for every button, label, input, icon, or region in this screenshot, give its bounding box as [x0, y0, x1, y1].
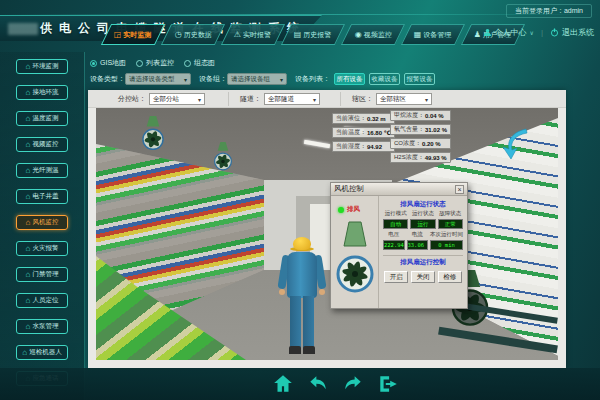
station-select[interactable]: 全部分站 ▾	[149, 93, 205, 105]
device-list-button-1[interactable]: 所有设备	[334, 73, 365, 85]
worker-hand	[279, 289, 285, 295]
sensor-label: 当前湿度：	[336, 142, 366, 151]
fan-status-label: 运行模式	[383, 210, 408, 217]
fan-control-button-1[interactable]: 开启	[384, 271, 408, 283]
tab-label: 历史数据	[183, 30, 211, 40]
tab-6[interactable]: ▦设备管理	[401, 24, 465, 45]
fan-control-button-2[interactable]: 关闭	[411, 271, 435, 283]
device-list-label: 设备列表：	[295, 74, 330, 84]
sidebar-item-10[interactable]: ⌂人员定位	[16, 293, 68, 308]
ceiling-fan-1	[140, 116, 166, 152]
house-icon: ⌂	[26, 245, 31, 253]
logout-link[interactable]: 退出系统	[562, 27, 594, 38]
sensor-readout: 当前温度：16.80 ℃	[332, 127, 395, 138]
district-select[interactable]: 全部辖区 ▾	[376, 93, 432, 105]
led-green-icon	[338, 207, 344, 213]
house-icon: ⌂	[26, 89, 31, 97]
sidebar-item-3[interactable]: ⌂温度监测	[16, 111, 68, 126]
house-icon: ⌂	[22, 349, 27, 357]
sidebar: ⌂环境监测⌂接地环流⌂温度监测⌂视频监控⌂光纤测温⌂电子井盖⌂风机监控⌂火灾报警…	[0, 52, 85, 400]
sidebar-item-7[interactable]: ⌂风机监控	[16, 215, 68, 230]
chevron-down-icon: ∨	[530, 29, 534, 36]
worker-avatar	[274, 236, 330, 360]
home-icon[interactable]	[272, 373, 294, 395]
worker-boot	[289, 346, 301, 354]
worker-hand	[319, 289, 325, 295]
fan-status-label: 电流	[407, 231, 429, 238]
house-icon: ⌂	[26, 193, 31, 201]
fan-status-value: 自动	[383, 219, 408, 229]
sidebar-item-label: 光纤测温	[32, 166, 58, 175]
sensor-label: 当前液位：	[336, 114, 366, 123]
view-mode-radio-2[interactable]: 列表监控	[136, 58, 174, 68]
sidebar-item-label: 视频监控	[32, 140, 58, 149]
tunnel-3d-view[interactable]: 当前液位：0.32 m当前温度：16.80 ℃当前湿度：94.92 甲烷浓度：0…	[96, 108, 558, 360]
sensor-label: CO浓度：	[394, 139, 421, 148]
worker-torso	[287, 252, 317, 298]
dialog-title: 风机控制	[334, 184, 364, 194]
sidebar-item-1[interactable]: ⌂环境监测	[16, 59, 68, 74]
device-group-label: 设备组：	[199, 74, 227, 84]
sidebar-item-12[interactable]: ⌂巡检机器人	[16, 345, 68, 360]
device-type-value: 请选择设备类型	[129, 75, 175, 84]
sensor-label: 当前温度：	[336, 128, 366, 137]
sidebar-item-2[interactable]: ⌂接地环流	[16, 85, 68, 100]
station-label: 分控站：	[118, 94, 146, 104]
tab-label: 设备管理	[424, 30, 452, 40]
fan-status-value: 0 min	[430, 240, 463, 250]
tab-3[interactable]: ⚠实时报警	[221, 24, 285, 45]
sidebar-item-label: 环境监测	[32, 62, 58, 71]
fan-status-value: 33.06 A	[407, 240, 429, 250]
district-value: 全部辖区	[380, 95, 406, 104]
sensor-label: 甲烷浓度：	[394, 111, 424, 120]
redo-arrow-icon[interactable]	[342, 373, 364, 395]
sidebar-item-4[interactable]: ⌂视频监控	[16, 137, 68, 152]
district-label: 辖区：	[352, 94, 373, 104]
content-frame: 分控站： 全部分站 ▾ 隧道： 全部隧道 ▾ 辖区：	[88, 90, 566, 368]
tunnel-filter: 隧道： 全部隧道 ▾	[240, 93, 320, 105]
tab-5[interactable]: ◉视频监控	[341, 24, 405, 45]
fan-control-button-3[interactable]: 检修	[438, 271, 462, 283]
view-mode-radio-3[interactable]: 组态图	[184, 58, 215, 68]
device-type-dropdown[interactable]: 请选择设备类型 ▾	[125, 73, 191, 85]
sidebar-item-5[interactable]: ⌂光纤测温	[16, 163, 68, 178]
fan-control-dialog: 风机控制 × 排风	[330, 182, 468, 309]
device-list-button-2[interactable]: 收藏设备	[369, 73, 400, 85]
view-mode-radio-1[interactable]: GIS地图	[90, 58, 126, 68]
device-group-dropdown[interactable]: 请选择设备组 ▾	[227, 73, 287, 85]
sensor-readouts-right: 甲烷浓度：0.04 %氧气含量：31.02 %CO浓度：0.20 %H2S浓度：…	[390, 110, 451, 163]
personal-center-link[interactable]: 个人中心	[495, 27, 527, 38]
sidebar-item-11[interactable]: ⌂水泵管理	[16, 319, 68, 334]
sensor-label: H2S浓度：	[394, 153, 424, 162]
sensor-readout: H2S浓度：49.93 %	[390, 152, 451, 163]
sidebar-item-9[interactable]: ⌂门禁管理	[16, 267, 68, 282]
close-icon[interactable]: ×	[455, 185, 464, 194]
main-panel: GIS地图列表监控组态图 设备类型： 请选择设备类型 ▾ 设备组： 请选择设备组…	[88, 54, 566, 368]
tab-2[interactable]: ◷历史数据	[161, 24, 225, 45]
tunnel-select[interactable]: 全部隧道 ▾	[264, 93, 320, 105]
device-list-buttons: 所有设备收藏设备报警设备	[330, 73, 435, 85]
device-list-button-3[interactable]: 报警设备	[404, 73, 435, 85]
person-icon	[483, 28, 492, 37]
exit-icon[interactable]	[377, 373, 399, 395]
sensor-readouts-left: 当前液位：0.32 m当前温度：16.80 ℃当前湿度：94.92	[332, 113, 395, 152]
menu-divider: |	[541, 28, 543, 37]
dialog-title-bar[interactable]: 风机控制 ×	[331, 183, 467, 196]
sidebar-item-label: 风机监控	[32, 218, 58, 227]
tab-label: 视频监控	[363, 30, 391, 40]
sensor-value: 16.80 ℃	[367, 129, 391, 136]
worker-leg	[303, 296, 314, 348]
sidebar-item-8[interactable]: ⌂火灾报警	[16, 241, 68, 256]
sensor-value: 0.20 %	[422, 141, 441, 147]
undo-arrow-icon[interactable]	[307, 373, 329, 395]
device-type-label: 设备类型：	[90, 74, 125, 84]
video-camera-icon: ◉	[355, 31, 362, 39]
worker-boot	[303, 346, 315, 354]
sensor-value: 0.32 m	[367, 116, 386, 122]
tab-4[interactable]: ▤历史报警	[281, 24, 345, 45]
fan-status-value: 222.94 V	[383, 240, 405, 250]
sidebar-item-label: 巡检机器人	[29, 348, 62, 357]
sensor-readout: 当前液位：0.32 m	[332, 113, 395, 124]
sidebar-item-6[interactable]: ⌂电子井盖	[16, 189, 68, 204]
tab-1[interactable]: ◲实时监测	[101, 24, 165, 45]
